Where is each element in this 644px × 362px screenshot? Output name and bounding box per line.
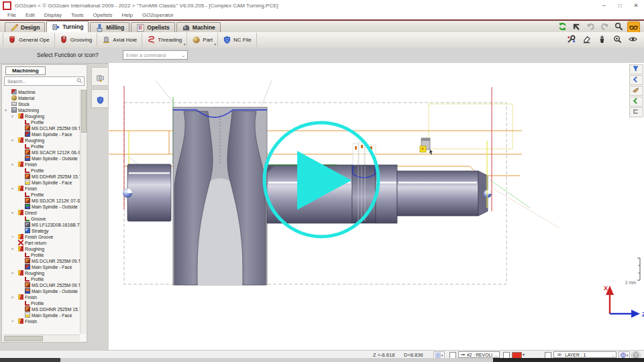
tree-item-ms-dclnr-2525m-09-t00[interactable]: MS DCLNR 2525M 09.T00: [3, 125, 80, 131]
tree-item-roughing[interactable]: vRoughing: [3, 246, 80, 252]
tree-item-ms-scacr-1212k-06-s-t0[interactable]: MS SCACR 1212K 06-S.T0: [3, 149, 80, 156]
expand-arrow-icon[interactable]: >: [11, 234, 14, 240]
tree-item-finish[interactable]: >Finish: [3, 318, 80, 324]
tree-item-ms-dclnr-2525m-09-t00[interactable]: MS DCLNR 2525M 09.T00: [3, 258, 80, 264]
chevron-left-blue-button[interactable]: [629, 75, 643, 85]
tab-machine[interactable]: Machine: [176, 22, 221, 32]
tree-item-profile[interactable]: Profile: [3, 168, 80, 174]
tree-item-finish[interactable]: vFinish: [3, 294, 80, 300]
tree-item-profile[interactable]: Profile: [3, 276, 80, 282]
scrollbar-thumb[interactable]: [4, 336, 43, 341]
tree-item-machining[interactable]: vMachining: [3, 107, 80, 113]
tab-design[interactable]: Design: [5, 22, 45, 32]
zoom-window-button[interactable]: [612, 34, 623, 44]
machining-tools-button[interactable]: [566, 34, 577, 44]
collapse-arrow-icon[interactable]: v: [11, 186, 13, 192]
tree-item-profile[interactable]: Profile: [3, 192, 80, 198]
caliper-button[interactable]: [571, 21, 582, 32]
ribbon-button-grooving[interactable]: Grooving: [55, 33, 97, 47]
menu-tools[interactable]: Tools: [66, 12, 89, 18]
expand-arrow-icon[interactable]: >: [11, 318, 14, 324]
nc-shield-small-button[interactable]: [91, 89, 109, 108]
tree-item-ms-ddhnr-2525m-15-t00[interactable]: MS DDHNR 2525M 15.T00: [3, 174, 80, 180]
clean-brush-button[interactable]: [596, 34, 608, 44]
tab-opelists[interactable]: Opelists: [131, 22, 175, 32]
tree-item-main-spindle-outside[interactable]: Main Spindle - Outside: [3, 204, 80, 210]
menu-go2operator[interactable]: GO2operator: [138, 12, 178, 18]
chevron-left-green-button[interactable]: [629, 97, 643, 107]
search-input[interactable]: [6, 77, 76, 85]
tree-item-profile[interactable]: Profile: [3, 119, 80, 125]
layer-combobox[interactable]: LAYER : 1 ⌄: [553, 351, 616, 358]
redo-arrow-button[interactable]: [599, 21, 610, 32]
dropdown-arrow-icon[interactable]: ▾: [184, 42, 186, 46]
tree-item-roughing[interactable]: vRoughing: [3, 137, 80, 143]
tree-item-ms-ddhnr-2525m-15-t00[interactable]: MS DDHNR 2525M 15.T00: [3, 306, 80, 312]
tree-item-main-spindle-face[interactable]: Main Spindle - Face: [3, 312, 80, 318]
tree-item-finish[interactable]: vFinish: [3, 162, 80, 168]
close-button[interactable]: ✕: [628, 0, 644, 11]
scrollbar-thumb[interactable]: [81, 90, 87, 133]
tree-item-main-spindle-face[interactable]: Main Spindle - Face: [3, 180, 80, 186]
menu-edit[interactable]: Edit: [21, 12, 40, 18]
collapse-arrow-icon[interactable]: v: [11, 137, 13, 143]
undo-arrow-button[interactable]: [585, 21, 596, 32]
menu-opelists[interactable]: Opelists: [89, 12, 117, 18]
tree-item-finish-groove[interactable]: >Finish Groove: [3, 234, 80, 240]
tree-search-box[interactable]: [4, 76, 85, 86]
tree-vertical-scrollbar[interactable]: [80, 89, 86, 334]
menu-file[interactable]: File: [3, 12, 21, 18]
video-progress-bar[interactable]: [0, 358, 644, 362]
ribbon-button-general-ope[interactable]: General Ope: [3, 33, 55, 47]
command-combobox[interactable]: Enter a command ⌄: [123, 50, 188, 60]
collapse-arrow-icon[interactable]: v: [11, 162, 13, 168]
tree-item-roughing[interactable]: vRoughing: [3, 270, 80, 276]
tree-item-main-spindle-face[interactable]: Main Spindle - Face: [3, 264, 80, 270]
tree-item-profile[interactable]: Profile: [3, 252, 80, 258]
ribbon-button-threading[interactable]: Threading▾: [142, 33, 187, 47]
tab-milling[interactable]: Milling: [90, 22, 129, 32]
tab-machining[interactable]: Machining: [5, 66, 46, 75]
tree-item-main-spindle-outside[interactable]: Main Spindle - Outside: [3, 156, 80, 162]
color-dropdown-arrow[interactable]: ▾: [523, 352, 525, 357]
simulation-button[interactable]: [91, 67, 109, 86]
tree-item-main-spindle-face[interactable]: Main Spindle - Face: [3, 131, 80, 137]
ribbon-button-part[interactable]: Part▾: [187, 33, 218, 47]
tree-item-machine[interactable]: Machine: [3, 89, 80, 95]
tree-item-direct[interactable]: vDirect: [3, 210, 80, 216]
tree-item-roughing[interactable]: vRoughing: [3, 113, 80, 119]
sync-arrows-button[interactable]: [557, 21, 568, 32]
menu-help[interactable]: Help: [117, 12, 138, 18]
spindle-combobox[interactable]: #2 : REVOLUTION ⌄: [458, 351, 500, 358]
dropdown-arrow-icon[interactable]: ▾: [214, 42, 216, 46]
collapse-arrow-icon[interactable]: v: [11, 270, 13, 276]
cad-viewport[interactable]: 2 mm X Z: [109, 63, 644, 350]
tree-item-main-spindle-outside[interactable]: Main Spindle - Outside: [3, 288, 80, 294]
collapse-arrow-icon[interactable]: v: [11, 246, 13, 252]
measure-hand-button[interactable]: [629, 86, 643, 96]
tree-item-finish[interactable]: vFinish: [3, 186, 80, 192]
magnifier-button[interactable]: [613, 21, 625, 32]
ribbon-button-axial-hole[interactable]: Axial Hole: [97, 33, 142, 47]
glasses-button[interactable]: [627, 21, 640, 33]
tree-item-stock[interactable]: Stock: [3, 101, 80, 107]
tree-item-ms-dclnr-2525m-09-t00[interactable]: MS DCLNR 2525M 09.T00: [3, 282, 80, 288]
tree-item-groove[interactable]: Groove: [3, 216, 80, 222]
tree-item-material[interactable]: Material: [3, 95, 80, 101]
tree-item-profile[interactable]: Profile: [3, 143, 80, 149]
tab-turning[interactable]: Turning: [46, 21, 89, 32]
ribbon-button-nc-file[interactable]: NC File: [218, 33, 257, 47]
tree-item-strategy[interactable]: Strategy: [3, 228, 80, 234]
tree-item-part-return[interactable]: Part return: [3, 240, 80, 246]
clamp-button[interactable]: [629, 107, 643, 117]
maximize-button[interactable]: □: [612, 0, 628, 11]
tree-item-ms-lf123d08-1616b-t01[interactable]: MS LF123D08-1616B.T01: [3, 222, 80, 228]
collapse-arrow-icon[interactable]: v: [5, 107, 7, 113]
visibility-eye-button[interactable]: [627, 34, 639, 44]
menu-display[interactable]: Display: [40, 12, 66, 18]
collapse-arrow-icon[interactable]: v: [11, 210, 13, 216]
tree-item-profile[interactable]: Profile: [3, 300, 80, 306]
minimize-button[interactable]: –: [596, 0, 612, 11]
eraser-button[interactable]: [581, 34, 592, 44]
collapse-arrow-icon[interactable]: v: [11, 113, 13, 119]
